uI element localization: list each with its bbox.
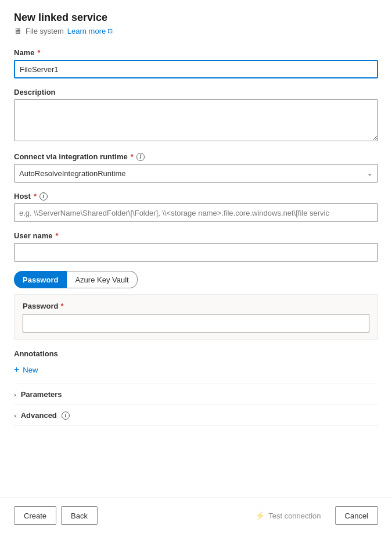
host-group: Host * i	[14, 192, 378, 222]
subtitle-row: 🖥 File system Learn more ⊡	[14, 26, 378, 35]
description-input[interactable]	[14, 99, 378, 141]
advanced-label: Advanced	[21, 411, 57, 420]
password-input[interactable]	[23, 314, 369, 332]
page-title: New linked service	[14, 12, 378, 24]
host-info-icon[interactable]: i	[39, 192, 48, 201]
parameters-chevron-icon: ›	[14, 391, 16, 398]
footer: Create Back ⚡ Test connection Cancel	[0, 498, 392, 533]
username-required: *	[55, 231, 58, 240]
name-required: *	[37, 48, 40, 57]
host-required: *	[34, 192, 37, 201]
create-button[interactable]: Create	[14, 506, 56, 525]
advanced-info-icon[interactable]: i	[62, 412, 70, 420]
username-group: User name *	[14, 231, 378, 262]
external-link-icon: ⊡	[107, 27, 113, 35]
annotations-section: Annotations + New	[14, 349, 378, 377]
description-label: Description	[14, 88, 378, 96]
host-label: Host * i	[14, 192, 378, 201]
new-annotation-button[interactable]: + New	[14, 363, 38, 377]
ir-required: *	[131, 152, 134, 161]
plus-icon: +	[14, 365, 19, 374]
username-input[interactable]	[14, 243, 378, 262]
ir-info-icon[interactable]: i	[136, 153, 145, 161]
integration-runtime-group: Connect via integration runtime * i Auto…	[14, 152, 378, 183]
name-input[interactable]	[14, 60, 378, 78]
password-required: *	[60, 302, 63, 310]
name-group: Name *	[14, 48, 378, 78]
test-connection-label: Test connection	[268, 511, 321, 520]
subtitle-text: File system	[26, 27, 64, 35]
host-input[interactable]	[14, 203, 378, 222]
learn-more-link[interactable]: Learn more ⊡	[67, 27, 113, 35]
advanced-section[interactable]: › Advanced i	[14, 405, 378, 426]
username-label: User name *	[14, 231, 378, 240]
learn-more-label: Learn more	[67, 27, 106, 35]
test-connection-icon: ⚡	[255, 511, 265, 520]
description-group: Description	[14, 88, 378, 143]
parameters-label: Parameters	[21, 390, 62, 399]
password-section: Password *	[14, 294, 378, 340]
cancel-button[interactable]: Cancel	[335, 506, 378, 525]
footer-left: Create Back	[14, 506, 98, 525]
annotations-title: Annotations	[14, 349, 378, 358]
file-system-icon: 🖥	[14, 26, 22, 35]
azure-key-vault-tab-button[interactable]: Azure Key Vault	[67, 271, 137, 288]
password-inner-label: Password *	[23, 302, 369, 310]
password-toggle-group: Password Azure Key Vault	[14, 271, 378, 288]
footer-right: ⚡ Test connection Cancel	[246, 506, 378, 525]
test-connection-button[interactable]: ⚡ Test connection	[246, 506, 330, 525]
integration-runtime-select[interactable]: AutoResolveIntegrationRuntime	[14, 164, 378, 183]
parameters-section[interactable]: › Parameters	[14, 384, 378, 405]
advanced-chevron-icon: ›	[14, 412, 16, 419]
back-button[interactable]: Back	[61, 506, 98, 525]
integration-runtime-label: Connect via integration runtime * i	[14, 152, 378, 161]
password-tab-button[interactable]: Password	[14, 271, 67, 288]
integration-runtime-select-wrapper: AutoResolveIntegrationRuntime ⌄	[14, 164, 378, 183]
new-annotation-label: New	[23, 366, 38, 374]
name-label: Name *	[14, 48, 378, 57]
